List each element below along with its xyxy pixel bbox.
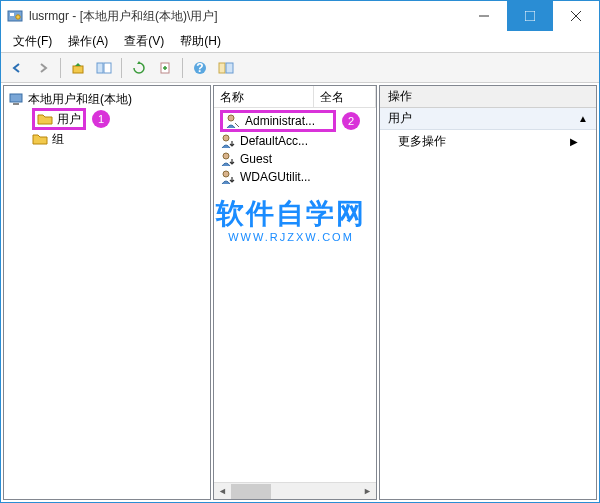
svg-rect-15	[10, 94, 22, 102]
actions-pane: 操作 用户 ▲ 更多操作 ▶	[379, 85, 597, 500]
titlebar: lusrmgr - [本地用户和组(本地)\用户]	[1, 1, 599, 31]
scroll-right-icon[interactable]: ►	[359, 483, 376, 500]
window-title: lusrmgr - [本地用户和组(本地)\用户]	[29, 8, 461, 25]
maximize-button[interactable]	[507, 1, 553, 31]
actions-more-label: 更多操作	[398, 133, 446, 150]
app-icon	[7, 8, 23, 24]
folder-icon	[37, 112, 53, 126]
svg-rect-4	[525, 11, 535, 21]
collapse-icon: ▲	[578, 113, 588, 124]
svg-rect-16	[13, 103, 19, 105]
toolbar-separator	[60, 58, 61, 78]
svg-rect-14	[226, 63, 233, 73]
tree-root-label: 本地用户和组(本地)	[28, 91, 132, 108]
column-name[interactable]: 名称	[214, 86, 314, 107]
close-button[interactable]	[553, 1, 599, 31]
scroll-track[interactable]	[231, 483, 359, 500]
folder-icon	[32, 132, 48, 146]
scroll-thumb[interactable]	[231, 484, 271, 499]
svg-rect-7	[73, 66, 83, 73]
chevron-right-icon: ▶	[570, 136, 578, 147]
horizontal-scrollbar[interactable]: ◄ ►	[214, 482, 376, 499]
actions-more[interactable]: 更多操作 ▶	[380, 130, 596, 152]
list-pane: 名称 全名 Administrat... 2 DefaultAcc...	[213, 85, 377, 500]
actions-section[interactable]: 用户 ▲	[380, 108, 596, 130]
users-list[interactable]: Administrat... 2 DefaultAcc... Guest WDA…	[214, 108, 376, 482]
menu-help[interactable]: 帮助(H)	[172, 31, 229, 52]
app-window: lusrmgr - [本地用户和组(本地)\用户] 文件(F) 操作(A) 查看…	[0, 0, 600, 503]
badge-1: 1	[92, 110, 110, 128]
column-fullname[interactable]: 全名	[314, 86, 376, 107]
tree-root[interactable]: 本地用户和组(本地)	[6, 90, 208, 108]
svg-point-17	[228, 115, 234, 121]
list-item[interactable]: WDAGUtilit...	[216, 168, 374, 186]
badge-2: 2	[342, 112, 360, 130]
toolbar-separator	[182, 58, 183, 78]
list-item[interactable]: Administrat... 2	[216, 112, 374, 130]
tree-groups[interactable]: 组	[6, 130, 208, 148]
menubar: 文件(F) 操作(A) 查看(V) 帮助(H)	[1, 31, 599, 53]
help-button[interactable]: ?	[188, 56, 212, 80]
svg-rect-9	[104, 63, 111, 73]
toolbar: ?	[1, 53, 599, 83]
user-down-icon	[220, 169, 236, 185]
tree[interactable]: 本地用户和组(本地) 用户 1 组	[4, 86, 210, 499]
column-headers: 名称 全名	[214, 86, 376, 108]
user-down-icon	[220, 133, 236, 149]
window-buttons	[461, 1, 599, 31]
svg-point-19	[223, 153, 229, 159]
svg-text:?: ?	[196, 61, 203, 75]
tree-groups-label: 组	[52, 131, 64, 148]
blank-area	[380, 152, 596, 499]
menu-view[interactable]: 查看(V)	[116, 31, 172, 52]
computer-icon	[8, 91, 24, 107]
tree-pane: 本地用户和组(本地) 用户 1 组	[3, 85, 211, 500]
svg-rect-13	[219, 63, 225, 73]
highlight-1: 用户	[32, 108, 86, 130]
highlight-2: Administrat...	[220, 110, 336, 132]
up-button[interactable]	[66, 56, 90, 80]
export-button[interactable]	[153, 56, 177, 80]
menu-file[interactable]: 文件(F)	[5, 31, 60, 52]
list-item-label: DefaultAcc...	[240, 134, 308, 148]
user-icon	[225, 113, 241, 129]
minimize-button[interactable]	[461, 1, 507, 31]
back-button[interactable]	[5, 56, 29, 80]
actions-body: 用户 ▲ 更多操作 ▶	[380, 108, 596, 499]
svg-rect-1	[10, 13, 14, 16]
properties-button[interactable]	[214, 56, 238, 80]
tree-users[interactable]: 用户 1	[6, 110, 208, 128]
actions-header: 操作	[380, 86, 596, 108]
menu-action[interactable]: 操作(A)	[60, 31, 116, 52]
list-item[interactable]: DefaultAcc...	[216, 132, 374, 150]
list-item-label: Guest	[240, 152, 272, 166]
list-item[interactable]: Guest	[216, 150, 374, 168]
svg-point-18	[223, 135, 229, 141]
svg-point-20	[223, 171, 229, 177]
forward-button[interactable]	[31, 56, 55, 80]
tree-users-label: 用户	[57, 111, 81, 128]
list-item-label: Administrat...	[245, 114, 315, 128]
svg-point-2	[16, 15, 20, 19]
list-item-label: WDAGUtilit...	[240, 170, 311, 184]
scroll-left-icon[interactable]: ◄	[214, 483, 231, 500]
show-hide-button[interactable]	[92, 56, 116, 80]
toolbar-separator	[121, 58, 122, 78]
body: 本地用户和组(本地) 用户 1 组 名称 全名	[1, 83, 599, 502]
actions-section-label: 用户	[388, 110, 412, 127]
user-down-icon	[220, 151, 236, 167]
svg-rect-8	[97, 63, 103, 73]
refresh-button[interactable]	[127, 56, 151, 80]
